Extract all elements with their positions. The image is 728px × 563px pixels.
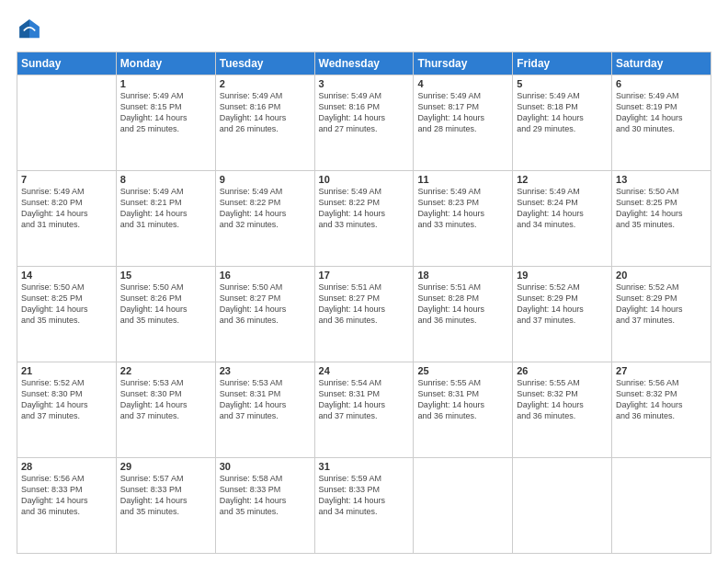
day-number: 15	[120, 270, 211, 281]
day-number: 23	[220, 365, 311, 376]
weekday-header: Monday	[116, 52, 215, 75]
calendar-cell: 10Sunrise: 5:49 AM Sunset: 8:22 PM Dayli…	[314, 171, 414, 267]
day-info: Sunrise: 5:49 AM Sunset: 8:23 PM Dayligh…	[417, 186, 508, 231]
page: SundayMondayTuesdayWednesdayThursdayFrid…	[0, 0, 728, 563]
calendar-cell: 23Sunrise: 5:53 AM Sunset: 8:31 PM Dayli…	[215, 362, 314, 458]
day-number: 4	[417, 78, 508, 89]
day-info: Sunrise: 5:49 AM Sunset: 8:17 PM Dayligh…	[417, 90, 508, 135]
calendar-week-row: 14Sunrise: 5:50 AM Sunset: 8:25 PM Dayli…	[17, 267, 711, 362]
calendar-cell: 1Sunrise: 5:49 AM Sunset: 8:15 PM Daylig…	[116, 75, 215, 171]
header	[17, 17, 711, 42]
calendar-cell: 19Sunrise: 5:52 AM Sunset: 8:29 PM Dayli…	[513, 267, 612, 362]
calendar-cell: 4Sunrise: 5:49 AM Sunset: 8:17 PM Daylig…	[414, 75, 513, 171]
weekday-header: Friday	[513, 52, 612, 75]
day-info: Sunrise: 5:49 AM Sunset: 8:18 PM Dayligh…	[517, 90, 608, 135]
calendar-cell: 15Sunrise: 5:50 AM Sunset: 8:26 PM Dayli…	[116, 267, 215, 362]
day-number: 13	[616, 174, 707, 185]
weekday-header: Sunday	[17, 52, 117, 75]
calendar-table: SundayMondayTuesdayWednesdayThursdayFrid…	[17, 52, 711, 554]
calendar-week-row: 1Sunrise: 5:49 AM Sunset: 8:15 PM Daylig…	[17, 75, 711, 171]
day-number: 5	[517, 78, 608, 89]
day-info: Sunrise: 5:50 AM Sunset: 8:25 PM Dayligh…	[616, 186, 707, 231]
day-number: 26	[517, 365, 608, 376]
day-info: Sunrise: 5:53 AM Sunset: 8:30 PM Dayligh…	[120, 377, 211, 422]
weekday-header: Tuesday	[215, 52, 314, 75]
calendar-cell	[414, 458, 513, 554]
day-info: Sunrise: 5:50 AM Sunset: 8:26 PM Dayligh…	[120, 282, 211, 327]
calendar-cell: 29Sunrise: 5:57 AM Sunset: 8:33 PM Dayli…	[116, 458, 215, 554]
day-info: Sunrise: 5:49 AM Sunset: 8:15 PM Dayligh…	[120, 90, 211, 135]
calendar-cell: 27Sunrise: 5:56 AM Sunset: 8:32 PM Dayli…	[612, 362, 711, 458]
calendar-cell: 11Sunrise: 5:49 AM Sunset: 8:23 PM Dayli…	[414, 171, 513, 267]
day-info: Sunrise: 5:49 AM Sunset: 8:22 PM Dayligh…	[220, 186, 311, 231]
day-number: 14	[21, 270, 112, 281]
day-number: 21	[21, 365, 112, 376]
calendar-cell	[513, 458, 612, 554]
weekday-header: Saturday	[612, 52, 711, 75]
day-number: 17	[319, 270, 410, 281]
day-number: 7	[21, 174, 112, 185]
day-number: 3	[319, 78, 410, 89]
logo	[17, 17, 46, 42]
day-number: 25	[417, 365, 508, 376]
calendar-cell: 2Sunrise: 5:49 AM Sunset: 8:16 PM Daylig…	[215, 75, 314, 171]
day-number: 19	[517, 270, 608, 281]
day-number: 31	[319, 461, 410, 472]
weekday-header: Wednesday	[314, 52, 414, 75]
calendar-week-row: 21Sunrise: 5:52 AM Sunset: 8:30 PM Dayli…	[17, 362, 711, 458]
day-info: Sunrise: 5:52 AM Sunset: 8:29 PM Dayligh…	[517, 282, 608, 327]
calendar-cell: 6Sunrise: 5:49 AM Sunset: 8:19 PM Daylig…	[612, 75, 711, 171]
calendar-cell: 7Sunrise: 5:49 AM Sunset: 8:20 PM Daylig…	[17, 171, 117, 267]
day-info: Sunrise: 5:49 AM Sunset: 8:24 PM Dayligh…	[517, 186, 608, 231]
day-info: Sunrise: 5:49 AM Sunset: 8:19 PM Dayligh…	[616, 90, 707, 135]
calendar-cell: 14Sunrise: 5:50 AM Sunset: 8:25 PM Dayli…	[17, 267, 117, 362]
calendar-week-row: 28Sunrise: 5:56 AM Sunset: 8:33 PM Dayli…	[17, 458, 711, 554]
day-number: 22	[120, 365, 211, 376]
day-number: 28	[21, 461, 112, 472]
day-info: Sunrise: 5:49 AM Sunset: 8:16 PM Dayligh…	[220, 90, 311, 135]
day-info: Sunrise: 5:58 AM Sunset: 8:33 PM Dayligh…	[220, 473, 311, 518]
calendar-cell: 17Sunrise: 5:51 AM Sunset: 8:27 PM Dayli…	[314, 267, 414, 362]
calendar-cell: 13Sunrise: 5:50 AM Sunset: 8:25 PM Dayli…	[612, 171, 711, 267]
calendar-cell: 31Sunrise: 5:59 AM Sunset: 8:33 PM Dayli…	[314, 458, 414, 554]
day-number: 30	[220, 461, 311, 472]
day-number: 24	[319, 365, 410, 376]
weekday-header: Thursday	[414, 52, 513, 75]
calendar-cell: 9Sunrise: 5:49 AM Sunset: 8:22 PM Daylig…	[215, 171, 314, 267]
day-number: 29	[120, 461, 211, 472]
logo-icon	[17, 17, 42, 42]
day-info: Sunrise: 5:51 AM Sunset: 8:27 PM Dayligh…	[319, 282, 410, 327]
day-info: Sunrise: 5:49 AM Sunset: 8:16 PM Dayligh…	[319, 90, 410, 135]
calendar-cell: 20Sunrise: 5:52 AM Sunset: 8:29 PM Dayli…	[612, 267, 711, 362]
calendar-cell: 22Sunrise: 5:53 AM Sunset: 8:30 PM Dayli…	[116, 362, 215, 458]
day-info: Sunrise: 5:50 AM Sunset: 8:27 PM Dayligh…	[220, 282, 311, 327]
calendar-cell: 26Sunrise: 5:55 AM Sunset: 8:32 PM Dayli…	[513, 362, 612, 458]
calendar-cell	[612, 458, 711, 554]
day-info: Sunrise: 5:56 AM Sunset: 8:33 PM Dayligh…	[21, 473, 112, 518]
day-number: 18	[417, 270, 508, 281]
day-info: Sunrise: 5:53 AM Sunset: 8:31 PM Dayligh…	[220, 377, 311, 422]
day-info: Sunrise: 5:50 AM Sunset: 8:25 PM Dayligh…	[21, 282, 112, 327]
calendar-cell: 5Sunrise: 5:49 AM Sunset: 8:18 PM Daylig…	[513, 75, 612, 171]
day-info: Sunrise: 5:52 AM Sunset: 8:29 PM Dayligh…	[616, 282, 707, 327]
calendar-cell: 8Sunrise: 5:49 AM Sunset: 8:21 PM Daylig…	[116, 171, 215, 267]
calendar-cell: 30Sunrise: 5:58 AM Sunset: 8:33 PM Dayli…	[215, 458, 314, 554]
calendar-header-row: SundayMondayTuesdayWednesdayThursdayFrid…	[17, 52, 711, 75]
calendar-week-row: 7Sunrise: 5:49 AM Sunset: 8:20 PM Daylig…	[17, 171, 711, 267]
day-number: 1	[120, 78, 211, 89]
calendar-cell: 3Sunrise: 5:49 AM Sunset: 8:16 PM Daylig…	[314, 75, 414, 171]
calendar-cell	[17, 75, 117, 171]
day-number: 16	[220, 270, 311, 281]
calendar-cell: 16Sunrise: 5:50 AM Sunset: 8:27 PM Dayli…	[215, 267, 314, 362]
day-number: 10	[319, 174, 410, 185]
day-info: Sunrise: 5:49 AM Sunset: 8:21 PM Dayligh…	[120, 186, 211, 231]
day-info: Sunrise: 5:56 AM Sunset: 8:32 PM Dayligh…	[616, 377, 707, 422]
day-info: Sunrise: 5:59 AM Sunset: 8:33 PM Dayligh…	[319, 473, 410, 518]
calendar-cell: 28Sunrise: 5:56 AM Sunset: 8:33 PM Dayli…	[17, 458, 117, 554]
day-number: 20	[616, 270, 707, 281]
day-info: Sunrise: 5:54 AM Sunset: 8:31 PM Dayligh…	[319, 377, 410, 422]
calendar-cell: 18Sunrise: 5:51 AM Sunset: 8:28 PM Dayli…	[414, 267, 513, 362]
calendar-cell: 24Sunrise: 5:54 AM Sunset: 8:31 PM Dayli…	[314, 362, 414, 458]
day-info: Sunrise: 5:55 AM Sunset: 8:31 PM Dayligh…	[417, 377, 508, 422]
day-number: 2	[220, 78, 311, 89]
